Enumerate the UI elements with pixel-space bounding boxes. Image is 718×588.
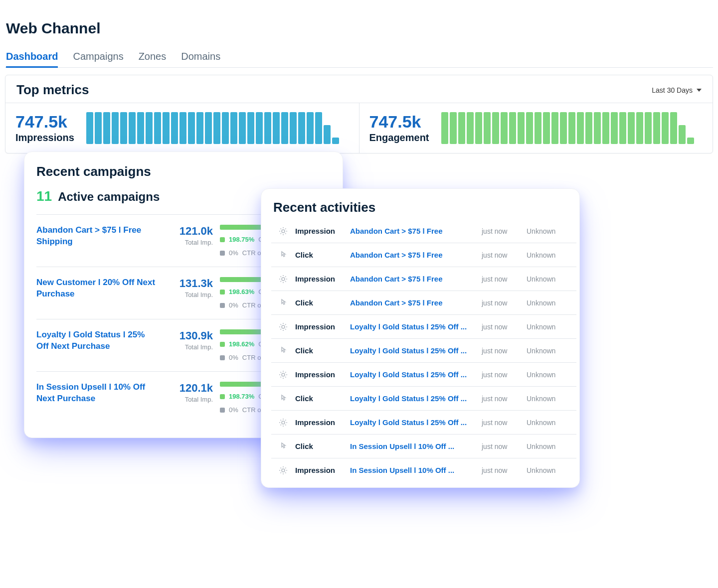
campaign-total-label: Total Imp. — [163, 396, 213, 403]
activity-row: ClickLoyalty l Gold Status l 25% Off ...… — [271, 339, 576, 363]
activity-row: ImpressionAbandon Cart > $75 l Freejust … — [271, 219, 576, 243]
activity-time: just now — [482, 371, 527, 379]
activity-time: just now — [482, 227, 527, 235]
activity-row: ImpressionLoyalty l Gold Status l 25% Of… — [271, 315, 576, 339]
activity-link[interactable]: In Session Upsell l 10% Off ... — [350, 466, 482, 474]
activity-link[interactable]: In Session Upsell l 10% Off ... — [350, 442, 482, 450]
activity-link[interactable]: Loyalty l Gold Status l 25% Off ... — [350, 370, 482, 379]
recent-campaigns-title: Recent campaigns — [36, 164, 335, 179]
activity-row: ClickAbandon Cart > $75 l Freejust nowUn… — [271, 291, 576, 315]
date-range-label: Last 30 Days — [652, 86, 693, 94]
legend-swatch-icon — [220, 355, 225, 360]
ctr-mobile-value: 0% — [229, 249, 238, 257]
legend-swatch-icon — [220, 251, 225, 256]
ctr-desktop-value: 198.63% — [229, 288, 254, 295]
activity-type: Impression — [295, 275, 350, 283]
metric-engagement: 747.5kEngagement — [359, 103, 713, 153]
sparkline-impressions — [86, 112, 349, 144]
metric-label: Impressions — [15, 132, 74, 144]
activity-user: Unknown — [527, 419, 571, 427]
campaign-link[interactable]: New Customer l 20% Off Next Purchase — [36, 277, 156, 300]
activity-user: Unknown — [527, 299, 571, 307]
activity-user: Unknown — [527, 251, 571, 259]
activity-row: ImpressionLoyalty l Gold Status l 25% Of… — [271, 411, 576, 435]
activity-user: Unknown — [527, 395, 571, 403]
activity-link[interactable]: Abandon Cart > $75 l Free — [350, 275, 482, 283]
activity-time: just now — [482, 442, 527, 450]
pointer-icon — [278, 441, 288, 451]
activity-type: Impression — [295, 418, 350, 427]
activity-time: just now — [482, 395, 527, 403]
activity-link[interactable]: Loyalty l Gold Status l 25% Off ... — [350, 394, 482, 403]
gear-icon — [278, 465, 288, 475]
activity-type: Impression — [295, 227, 350, 235]
activity-row: ClickAbandon Cart > $75 l Freejust nowUn… — [271, 243, 576, 267]
activity-time: just now — [482, 299, 527, 307]
campaign-total-label: Total Imp. — [163, 239, 213, 246]
activities-scroll[interactable]: ImpressionAbandon Cart > $75 l Freejust … — [271, 219, 579, 478]
campaign-total: 121.0k — [163, 225, 213, 238]
legend-swatch-icon — [220, 408, 225, 413]
activity-type: Impression — [295, 322, 350, 331]
activity-user: Unknown — [527, 442, 571, 450]
tab-dashboard[interactable]: Dashboard — [6, 48, 58, 67]
activity-row: ClickIn Session Upsell l 10% Off ...just… — [271, 435, 576, 458]
page-title: Web Channel — [6, 20, 713, 37]
activity-type: Click — [295, 346, 350, 355]
date-range-picker[interactable]: Last 30 Days — [652, 86, 702, 94]
legend-swatch-icon — [220, 290, 225, 294]
activity-user: Unknown — [527, 371, 571, 379]
tab-campaigns[interactable]: Campaigns — [73, 48, 123, 67]
active-campaigns-count: 11 — [36, 188, 52, 204]
gear-icon — [278, 370, 288, 380]
campaign-link[interactable]: In Session Upsell l 10% Off Next Purchas… — [36, 382, 156, 405]
pointer-icon — [278, 346, 288, 356]
gear-icon — [278, 418, 288, 428]
activity-time: just now — [482, 347, 527, 355]
pointer-icon — [278, 394, 288, 404]
campaign-link[interactable]: Loyalty l Gold Status l 25% Off Next Pur… — [36, 329, 156, 352]
activity-link[interactable]: Abandon Cart > $75 l Free — [350, 227, 482, 235]
activity-user: Unknown — [527, 466, 571, 474]
activity-link[interactable]: Loyalty l Gold Status l 25% Off ... — [350, 322, 482, 331]
activity-user: Unknown — [527, 323, 571, 331]
activity-link[interactable]: Abandon Cart > $75 l Free — [350, 298, 482, 307]
activity-link[interactable]: Loyalty l Gold Status l 25% Off ... — [350, 418, 482, 427]
legend-swatch-icon — [220, 394, 225, 399]
ctr-desktop-value: 198.75% — [229, 236, 254, 243]
campaign-total-label: Total Imp. — [163, 291, 213, 298]
caret-down-icon — [697, 89, 702, 92]
activity-time: just now — [482, 466, 527, 474]
recent-activities-title: Recent activities — [271, 200, 579, 215]
metric-value: 747.5k — [15, 113, 74, 130]
tab-domains[interactable]: Domains — [181, 48, 220, 67]
ctr-mobile-value: 0% — [229, 406, 238, 414]
activity-type: Click — [295, 394, 350, 403]
legend-swatch-icon — [220, 303, 225, 308]
ctr-desktop-value: 198.73% — [229, 393, 254, 400]
campaign-total: 131.3k — [163, 277, 213, 290]
ctr-mobile-value: 0% — [229, 301, 238, 309]
activity-user: Unknown — [527, 227, 571, 235]
activity-link[interactable]: Abandon Cart > $75 l Free — [350, 251, 482, 259]
pointer-icon — [278, 298, 288, 308]
activity-row: ClickLoyalty l Gold Status l 25% Off ...… — [271, 387, 576, 411]
tab-zones[interactable]: Zones — [139, 48, 167, 67]
ctr-desktop-value: 198.62% — [229, 340, 254, 348]
activity-user: Unknown — [527, 275, 571, 283]
pointer-icon — [278, 250, 288, 260]
activity-time: just now — [482, 275, 527, 283]
campaign-total: 120.1k — [163, 382, 213, 395]
activity-type: Click — [295, 442, 350, 450]
gear-icon — [278, 274, 288, 284]
nav-tabs: DashboardCampaignsZonesDomains — [5, 48, 713, 68]
campaign-link[interactable]: Abandon Cart > $75 l Free Shipping — [36, 225, 156, 248]
activity-link[interactable]: Loyalty l Gold Status l 25% Off ... — [350, 346, 482, 355]
activity-row: ImpressionLoyalty l Gold Status l 25% Of… — [271, 363, 576, 387]
activity-type: Click — [295, 298, 350, 307]
activity-row: ImpressionIn Session Upsell l 10% Off ..… — [271, 458, 576, 478]
top-metrics-card: Top metrics Last 30 Days 747.5kImpressio… — [5, 75, 713, 153]
recent-activities-panel: Recent activities ImpressionAbandon Cart… — [261, 188, 580, 488]
ctr-mobile-value: 0% — [229, 354, 238, 361]
activity-time: just now — [482, 419, 527, 427]
